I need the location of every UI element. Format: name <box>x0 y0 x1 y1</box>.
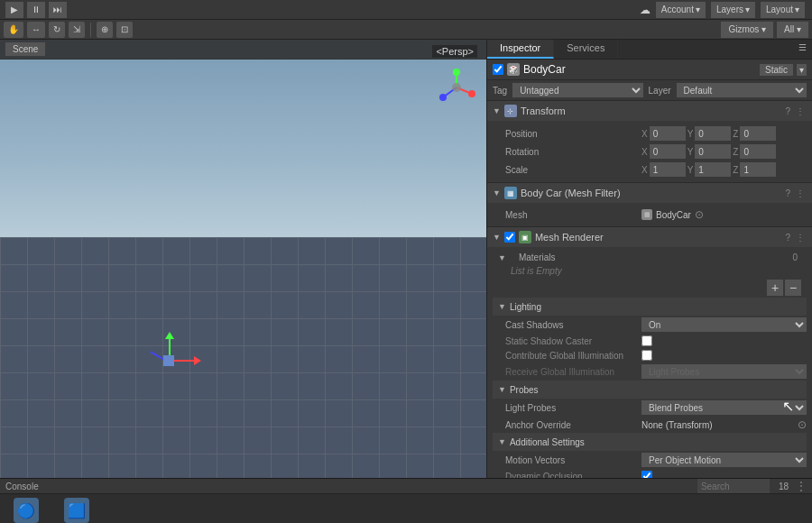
object-header: 🎲 BodyCar Static ▾ <box>487 60 812 80</box>
motion-vectors-label: Motion Vectors <box>493 455 641 465</box>
account-button[interactable]: Account ▾ <box>656 2 706 18</box>
transform-component: ▼ ⊹ Transform ? ⋮ Position X Y Z <box>487 101 812 183</box>
materials-add-btn[interactable]: + <box>767 280 783 296</box>
meshrenderer-settings[interactable]: ⋮ <box>794 233 807 243</box>
static-shadow-label: Static Shadow Caster <box>493 336 641 346</box>
object-name: BodyCar <box>523 63 756 76</box>
mesh-row: Mesh ▦ BodyCar ⊙ <box>493 206 807 223</box>
transform-help[interactable]: ? <box>783 106 792 116</box>
scale-xyz: X Y Z <box>641 162 807 177</box>
tool-w[interactable]: ↔ <box>27 22 45 38</box>
tool-r[interactable]: ⇲ <box>69 22 85 38</box>
mesh-asset-name: BodyCar <box>656 210 691 220</box>
static-shadow-checkbox[interactable] <box>641 335 652 346</box>
light-probes-row: Light Probes Blend Probes <box>493 399 807 417</box>
top-bar-right: ☁ Account ▾ Layers ▾ Layout ▾ <box>632 2 812 18</box>
rot-y-input[interactable] <box>695 144 731 159</box>
probes-section-header[interactable]: ▼ Probes <box>493 381 807 399</box>
layer-select[interactable]: Default <box>677 83 807 97</box>
meshrenderer-help[interactable]: ? <box>783 233 792 243</box>
static-shadow-row: Static Shadow Caster <box>493 334 807 348</box>
meshfilter-help[interactable]: ? <box>783 188 792 198</box>
contrib-gi-label: Contribute Global Illumination <box>493 351 641 361</box>
tag-select[interactable]: Untagged <box>512 83 642 97</box>
inspector-menu-btn[interactable]: ☰ <box>793 40 812 59</box>
mesh-filter-component: ▼ ▦ Body Car (Mesh Filter) ? ⋮ Mesh ▦ Bo… <box>487 183 812 227</box>
tab-services[interactable]: Services <box>554 40 618 59</box>
mesh-asset-icon: ▦ <box>641 209 652 220</box>
transform-arrow: ▼ <box>493 106 501 115</box>
motion-vectors-select[interactable]: Per Object Motion <box>641 453 807 467</box>
static-dropdown[interactable]: ▾ <box>797 64 807 76</box>
layout-button[interactable]: Layout ▾ <box>761 2 805 18</box>
step-button[interactable]: ⏭ <box>49 2 67 18</box>
dynamic-occlusion-checkbox[interactable] <box>641 471 652 478</box>
mesh-filter-header[interactable]: ▼ ▦ Body Car (Mesh Filter) ? ⋮ <box>487 183 812 203</box>
materials-remove-btn[interactable]: − <box>785 280 801 296</box>
additional-arrow: ▼ <box>498 437 506 446</box>
asset-item-sensorconf[interactable]: 🟦 SensorConf... <box>54 498 99 523</box>
light-probes-label: Light Probes <box>493 403 641 413</box>
anchor-target-btn[interactable]: ⊙ <box>798 418 807 431</box>
pos-z-input[interactable] <box>740 126 776 141</box>
rot-z-input[interactable] <box>740 144 776 159</box>
object-active-checkbox[interactable] <box>493 64 503 75</box>
inspector-panel: Inspector Services ☰ 🎲 BodyCar Static ▾ … <box>487 40 812 478</box>
asset-header: Console 18 ⋮ <box>0 479 812 494</box>
meshfilter-settings[interactable]: ⋮ <box>794 188 807 198</box>
transform-settings[interactable]: ⋮ <box>794 106 807 116</box>
scale-x-input[interactable] <box>650 162 686 177</box>
pause-button[interactable]: ⏸ <box>27 2 45 18</box>
scale-y-input[interactable] <box>695 162 731 177</box>
lighting-section-header[interactable]: ▼ Lighting <box>493 298 807 316</box>
play-button[interactable]: ▶ <box>5 2 23 18</box>
tool-q[interactable]: ✋ <box>4 22 23 38</box>
anchor-value: None (Transform) <box>641 420 794 430</box>
receive-gi-label: Receive Global Illumination <box>493 367 641 377</box>
cloud-icon: ☁ <box>640 4 651 16</box>
cast-shadows-select[interactable]: On <box>641 317 807 332</box>
scene-tab[interactable]: Scene <box>5 42 45 56</box>
receive-gi-select[interactable]: Light Probes <box>641 364 807 379</box>
asset-icon-pointcloud: 🔵 <box>14 498 39 523</box>
mesh-target-btn[interactable]: ⊙ <box>695 208 704 221</box>
contrib-gi-row: Contribute Global Illumination <box>493 348 807 362</box>
anchor-override-row: Anchor Override None (Transform) ⊙ <box>493 417 807 433</box>
contrib-gi-checkbox[interactable] <box>641 350 652 361</box>
all-layers-button[interactable]: All ▾ <box>777 22 808 38</box>
mesh-filter-label: Body Car (Mesh Filter) <box>521 188 780 198</box>
cursor-area: ↖ <box>782 398 794 415</box>
pos-y-input[interactable] <box>695 126 731 141</box>
persp-gizmo <box>434 65 479 110</box>
layers-button[interactable]: Layers ▾ <box>711 2 755 18</box>
search-input[interactable] <box>697 479 770 493</box>
tool-e[interactable]: ↻ <box>49 22 65 38</box>
asset-menu-btn[interactable]: ⋮ <box>796 480 807 492</box>
viewport-ground <box>0 237 486 478</box>
top-bar: ▶ ⏸ ⏭ ☁ Account ▾ Layers ▾ Layout ▾ <box>0 0 812 20</box>
mesh-renderer-header[interactable]: ▼ ▣ Mesh Renderer ? ⋮ <box>487 227 812 247</box>
gizmos-button[interactable]: Gizmos ▾ <box>721 22 773 38</box>
tab-inspector[interactable]: Inspector <box>487 40 554 59</box>
scale-z-input[interactable] <box>740 162 776 177</box>
viewport-sky <box>0 40 486 237</box>
viewport-persp-label: <Persp> <box>432 45 477 58</box>
transform-header[interactable]: ▼ ⊹ Transform ? ⋮ <box>487 101 812 121</box>
mesh-filter-icon: ▦ <box>504 187 517 199</box>
lighting-label: Lighting <box>510 302 541 312</box>
asset-item-pointcloud[interactable]: 🔵 PointClo... <box>7 498 45 523</box>
additional-section-header[interactable]: ▼ Additional Settings <box>493 433 807 451</box>
pos-x-input[interactable] <box>650 126 686 141</box>
scene-transform-gizmo <box>143 330 198 384</box>
position-label: Position <box>493 129 641 139</box>
static-button[interactable]: Static <box>760 64 793 76</box>
global-local[interactable]: ⊡ <box>116 22 133 38</box>
svg-point-3 <box>453 69 460 76</box>
scale-row: Scale X Y Z <box>493 161 807 179</box>
viewport[interactable]: Scene <Pe <box>0 40 487 478</box>
mesh-renderer-enabled[interactable] <box>504 232 515 243</box>
center-pivot[interactable]: ⊕ <box>97 22 113 38</box>
anchor-override-label: Anchor Override <box>493 420 641 430</box>
toolbar: ✋ ↔ ↻ ⇲ ⊕ ⊡ Gizmos ▾ All ▾ <box>0 20 812 40</box>
rot-x-input[interactable] <box>650 144 686 159</box>
